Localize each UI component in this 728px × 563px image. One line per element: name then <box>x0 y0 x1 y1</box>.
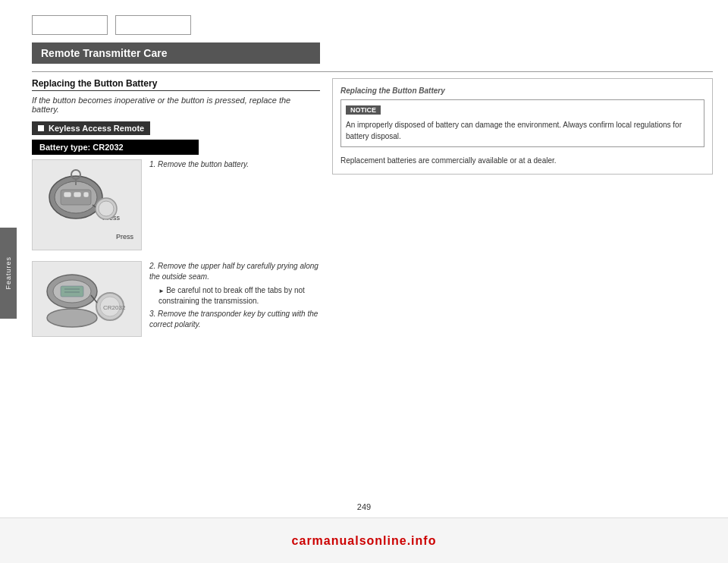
svg-text:CR2032: CR2032 <box>103 304 126 311</box>
step2-text: 2. Remove the upper half by carefully pr… <box>149 261 320 282</box>
nav-box-2[interactable] <box>115 15 191 35</box>
svg-rect-5 <box>83 192 89 197</box>
svg-point-20 <box>47 309 97 327</box>
notice-box: NOTICE An improperly disposed of battery… <box>340 99 704 147</box>
top-nav <box>32 15 713 35</box>
step2-text-area: 2. Remove the upper half by carefully pr… <box>149 261 320 330</box>
subsection-title: Replacing the Button Battery <box>32 78 320 91</box>
sidebar-tab-text: Features <box>5 256 12 290</box>
svg-rect-4 <box>74 192 81 197</box>
notice-extra: Replacement batteries are commercially a… <box>340 155 704 166</box>
step1-text-area: 1. Remove the button battery. <box>149 159 320 170</box>
step1-block: Press Press 1. Remove the button battery… <box>32 159 320 255</box>
svg-rect-14 <box>61 286 83 297</box>
step1-text: 1. Remove the button battery. <box>149 159 320 170</box>
right-column: Replacing the Button Battery NOTICE An i… <box>332 78 713 175</box>
notice-text: An improperly disposed of battery can da… <box>346 119 699 142</box>
left-column: Replacing the Button Battery If the butt… <box>32 78 320 340</box>
step3-text: 3. Remove the transponder key by cutting… <box>149 309 320 330</box>
step2-image: CR2032 <box>32 261 142 337</box>
divider <box>32 71 713 72</box>
sidebar-tab: Features <box>0 228 17 319</box>
step2-block: CR2032 2. Remove the upper half by caref… <box>32 261 320 340</box>
notice-label: NOTICE <box>346 105 381 115</box>
main-content: Remote Transmitter Care Replacing the Bu… <box>17 0 728 517</box>
two-col-layout: Replacing the Button Battery If the butt… <box>32 78 713 340</box>
brand-watermark-text: carmanualsonline.info <box>292 534 437 548</box>
page-number: 249 <box>357 502 371 511</box>
press-label: Press <box>116 233 133 241</box>
keyless-square-icon <box>38 125 44 131</box>
battery-type-box: Battery type: CR2032 <box>32 140 199 155</box>
step2-bullet: Be careful not to break off the tabs by … <box>158 285 320 307</box>
watermark: carmanualsonline.info <box>0 517 728 563</box>
svg-rect-3 <box>64 192 71 197</box>
keyless-header: Keyless Access Remote <box>32 121 150 135</box>
disassembled-fob-svg: CR2032 <box>38 265 136 333</box>
svg-point-10 <box>99 201 114 216</box>
section-header: Remote Transmitter Care <box>32 42 320 64</box>
intro-text: If the button becomes inoperative or the… <box>32 96 320 114</box>
right-col-title: Replacing the Button Battery <box>340 86 704 95</box>
nav-box-1[interactable] <box>32 15 108 35</box>
step1-image: Press Press <box>32 159 142 250</box>
